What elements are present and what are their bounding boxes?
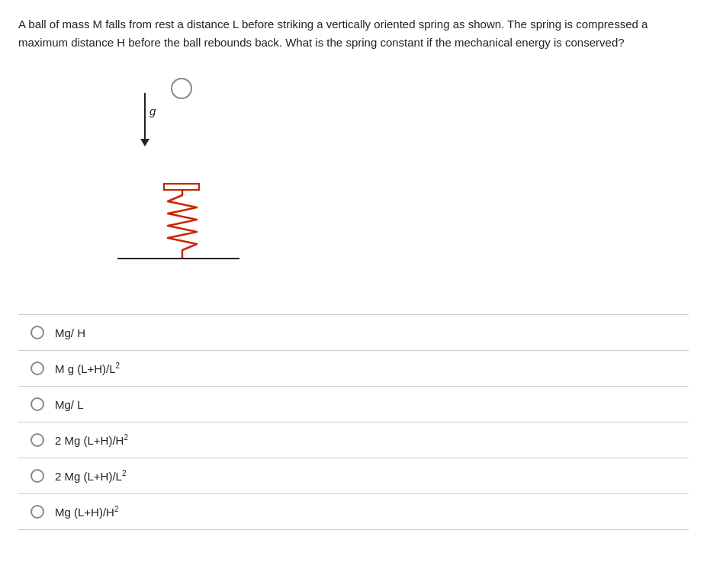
option-E[interactable]: 2 Mg (L+H)/L2 bbox=[18, 458, 689, 494]
option-F-label: Mg (L+H)/H2 bbox=[55, 505, 119, 519]
radio-F[interactable] bbox=[31, 505, 44, 519]
question-text: A ball of mass M falls from rest a dista… bbox=[18, 15, 689, 52]
gravity-arrow bbox=[140, 93, 149, 146]
ground-line bbox=[117, 258, 239, 259]
spring-plate bbox=[163, 183, 200, 191]
radio-E[interactable] bbox=[31, 469, 44, 483]
arrow-shaft bbox=[144, 93, 146, 139]
option-D[interactable]: 2 Mg (L+H)/H2 bbox=[18, 423, 689, 458]
arrow-head bbox=[140, 139, 149, 146]
option-B-label: M g (L+H)/L2 bbox=[55, 361, 120, 375]
option-B[interactable]: M g (L+H)/L2 bbox=[18, 351, 689, 387]
option-A[interactable]: Mg/ H bbox=[18, 315, 689, 351]
radio-B[interactable] bbox=[31, 361, 44, 375]
gravity-label: g bbox=[149, 104, 156, 117]
option-C-label: Mg/ L bbox=[55, 398, 84, 411]
option-F[interactable]: Mg (L+H)/H2 bbox=[18, 494, 689, 530]
spring-svg bbox=[162, 191, 203, 258]
radio-C[interactable] bbox=[31, 397, 44, 411]
options-container: Mg/ H M g (L+H)/L2 Mg/ L 2 Mg (L+H)/H2 2… bbox=[18, 314, 689, 530]
radio-A[interactable] bbox=[31, 326, 44, 339]
option-A-label: Mg/ H bbox=[55, 326, 85, 339]
option-D-label: 2 Mg (L+H)/H2 bbox=[55, 433, 128, 447]
radio-D[interactable] bbox=[31, 433, 44, 447]
option-C[interactable]: Mg/ L bbox=[18, 387, 689, 423]
option-E-label: 2 Mg (L+H)/L2 bbox=[55, 469, 127, 483]
diagram: g bbox=[79, 70, 278, 284]
ball bbox=[171, 78, 192, 99]
